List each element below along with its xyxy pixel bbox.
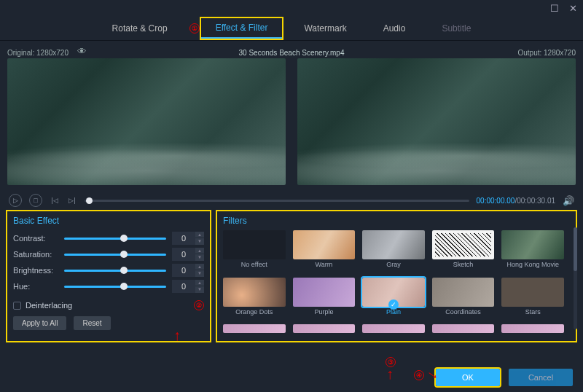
spin-up[interactable]: ▲ (195, 280, 204, 286)
filter-plain[interactable]: Plain (362, 278, 425, 321)
cancel-button[interactable]: Cancel (509, 369, 573, 386)
slider-track[interactable] (64, 270, 166, 272)
filter-thumb[interactable] (432, 324, 495, 333)
spin-down[interactable]: ▼ (195, 270, 204, 277)
slider-label: Hue: (13, 282, 58, 291)
tab-audio[interactable]: Audio (369, 19, 420, 38)
filter-hong-kong-movie[interactable]: Hong Kong Movie (501, 230, 564, 273)
spin-up[interactable]: ▲ (195, 264, 204, 270)
slider-value-box[interactable]: 0 ▲▼ (172, 232, 204, 245)
filter-thumb[interactable] (362, 324, 425, 333)
filter-orange-dots[interactable]: Orange Dots (223, 278, 286, 321)
scrollbar-thumb[interactable] (574, 227, 577, 271)
filter-thumb[interactable] (223, 230, 286, 259)
filters-panel: Filters No effect Warm Gray Sketch Hong … (217, 211, 576, 341)
seek-bar[interactable] (85, 200, 469, 202)
spin-down[interactable]: ▼ (195, 238, 204, 245)
filter-thumb[interactable] (432, 278, 495, 307)
play-button[interactable]: ▷ (9, 194, 22, 207)
filter-more-3[interactable] (432, 324, 495, 338)
slider-track[interactable] (64, 254, 166, 256)
maximize-button[interactable]: ☐ (550, 3, 559, 14)
slider-knob[interactable] (120, 267, 128, 274)
filter-thumb[interactable] (223, 324, 286, 333)
stop-button[interactable]: □ (29, 194, 42, 207)
filter-purple[interactable]: Purple (293, 278, 356, 321)
filter-stars[interactable]: Stars (501, 278, 564, 321)
filter-gray[interactable]: Gray (362, 230, 425, 273)
filter-thumb[interactable] (501, 278, 564, 307)
filter-sketch[interactable]: Sketch (432, 230, 495, 273)
spin-down[interactable]: ▼ (195, 286, 204, 293)
seek-knob[interactable] (86, 197, 93, 204)
spin-up[interactable]: ▲ (195, 232, 204, 238)
timecode: 00:00:00.00/00:00:30.01 (477, 197, 555, 205)
tab-rotate-crop[interactable]: Rotate & Crop (98, 19, 182, 38)
tab-effect-filter[interactable]: Effect & Filter (201, 18, 283, 39)
slider-knob[interactable] (120, 283, 128, 290)
slider-value: 0 (172, 250, 195, 259)
filter-more-4[interactable] (501, 324, 564, 338)
preview-original (7, 58, 286, 185)
slider-knob[interactable] (120, 235, 128, 242)
slider-track[interactable] (64, 286, 166, 288)
apply-to-all-button[interactable]: Apply to All (13, 316, 66, 330)
filters-scrollbar[interactable] (574, 227, 577, 329)
next-frame-button[interactable]: ▷| (67, 194, 77, 207)
filter-label: No effect (241, 261, 267, 268)
filter-label: Stars (525, 308, 541, 315)
filter-thumb[interactable] (362, 278, 425, 307)
footer-buttons: OK Cancel (436, 369, 573, 386)
preview-row (0, 57, 583, 185)
slider-value: 0 (172, 234, 195, 243)
slider-row-hue: Hue: 0 ▲▼ (13, 278, 204, 294)
filter-thumb[interactable] (501, 230, 564, 259)
preview-output (297, 58, 576, 185)
filter-thumb[interactable] (293, 278, 356, 307)
slider-label: Brightness: (13, 266, 58, 275)
tab-watermark[interactable]: Watermark (289, 19, 361, 38)
deinterlacing-label: Deinterlacing (26, 301, 72, 310)
ok-button[interactable]: OK (436, 369, 500, 386)
playback-controls: ▷ □ |◁ ▷| 00:00:00.00/00:00:30.01 🔊 (0, 189, 583, 211)
filter-thumb[interactable] (362, 230, 425, 259)
filter-label: Warm (316, 261, 333, 268)
filter-label: Orange Dots (235, 308, 273, 315)
filter-label: Purple (314, 308, 333, 315)
filter-more-2[interactable] (362, 324, 425, 338)
filters-title: Filters (223, 216, 570, 226)
slider-value-box[interactable]: 0 ▲▼ (172, 264, 204, 277)
slider-value-box[interactable]: 0 ▲▼ (172, 248, 204, 261)
annotation-1: ① (189, 23, 200, 34)
filter-warm[interactable]: Warm (293, 230, 356, 273)
filename-label: 30 Seconds Beach Scenery.mp4 (0, 49, 583, 57)
slider-value: 0 (172, 266, 195, 275)
slider-knob[interactable] (120, 251, 128, 258)
slider-value-box[interactable]: 0 ▲▼ (172, 280, 204, 293)
filter-label: Gray (386, 261, 401, 268)
spin-up[interactable]: ▲ (195, 248, 204, 254)
filter-label: Coordinates (445, 308, 481, 315)
filter-more-0[interactable] (223, 324, 286, 338)
volume-icon[interactable]: 🔊 (563, 195, 574, 206)
reset-button[interactable]: Reset (74, 316, 110, 330)
filter-thumb[interactable] (223, 278, 286, 307)
annotation-2: ② (194, 300, 204, 310)
tab-subtitle[interactable]: Subtitle (427, 19, 485, 38)
filter-thumb[interactable] (293, 324, 356, 333)
spin-down[interactable]: ▼ (195, 254, 204, 261)
slider-track[interactable] (64, 238, 166, 240)
titlebar: ☐ ✕ (0, 0, 583, 16)
close-button[interactable]: ✕ (569, 3, 577, 14)
filter-coordinates[interactable]: Coordinates (432, 278, 495, 321)
deinterlacing-checkbox[interactable] (13, 302, 21, 310)
slider-row-contrast: Contrast: 0 ▲▼ (13, 230, 204, 246)
prev-frame-button[interactable]: |◁ (50, 194, 60, 207)
filter-thumb[interactable] (293, 230, 356, 259)
filter-label: Hong Kong Movie (506, 261, 559, 268)
slider-value: 0 (172, 282, 195, 291)
filter-thumb[interactable] (432, 230, 495, 259)
filter-no-effect[interactable]: No effect (223, 230, 286, 273)
filter-more-1[interactable] (293, 324, 356, 338)
filter-thumb[interactable] (501, 324, 564, 333)
